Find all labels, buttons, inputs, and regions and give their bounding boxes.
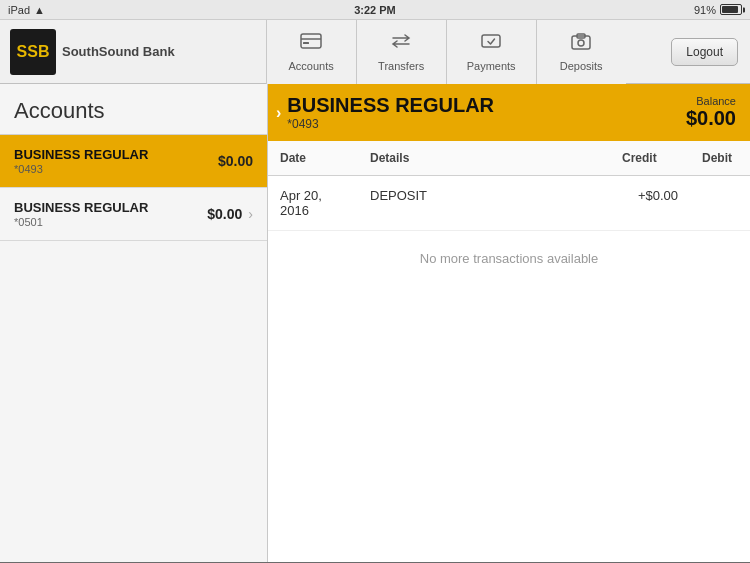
table-row-0: Apr 20, 2016 DEPOSIT +$0.00 — [268, 176, 750, 231]
tab-payments[interactable]: Payments — [446, 20, 536, 84]
chevron-right-icon-0501: › — [248, 206, 253, 222]
account-number-0493: *0493 — [14, 163, 148, 175]
account-item-left-0493: BUSINESS REGULAR *0493 — [14, 147, 148, 175]
account-item-0493[interactable]: BUSINESS REGULAR *0493 $0.00 — [0, 135, 267, 188]
accounts-icon — [299, 31, 323, 56]
td-credit-0: +$0.00 — [610, 176, 690, 231]
logout-area: Logout — [671, 38, 750, 66]
account-balance-0493: $0.00 — [218, 153, 253, 169]
transfers-icon — [389, 31, 413, 56]
header-account-number: *0493 — [287, 117, 494, 131]
deposits-icon — [569, 31, 593, 56]
content-header-chevron-icon: › — [276, 104, 281, 122]
th-details: Details — [358, 141, 610, 176]
svg-rect-0 — [301, 34, 321, 48]
td-debit-0 — [690, 176, 750, 231]
sidebar: Accounts BUSINESS REGULAR *0493 $0.00 BU… — [0, 84, 268, 562]
account-item-right-0501: $0.00 › — [207, 206, 253, 222]
sidebar-title: Accounts — [0, 84, 267, 135]
status-time: 3:22 PM — [354, 4, 396, 16]
ipad-label: iPad — [8, 4, 30, 16]
svg-point-5 — [578, 40, 584, 46]
logo-box: SSB — [10, 29, 56, 75]
svg-rect-3 — [482, 35, 500, 47]
main-layout: Accounts BUSINESS REGULAR *0493 $0.00 BU… — [0, 84, 750, 562]
battery-icon — [720, 4, 742, 15]
tab-accounts-label: Accounts — [289, 60, 334, 72]
tab-deposits-label: Deposits — [560, 60, 603, 72]
account-item-0501[interactable]: BUSINESS REGULAR *0501 $0.00 › — [0, 188, 267, 241]
status-right: 91% — [694, 4, 742, 16]
th-date: Date — [268, 141, 358, 176]
header-account-name: BUSINESS REGULAR — [287, 94, 494, 117]
status-left: iPad ▲ — [8, 4, 45, 16]
balance-amount: $0.00 — [686, 107, 736, 130]
account-number-0501: *0501 — [14, 216, 148, 228]
account-balance-0501: $0.00 — [207, 206, 242, 222]
account-name-0493: BUSINESS REGULAR — [14, 147, 148, 162]
tab-deposits[interactable]: Deposits — [536, 20, 626, 84]
payments-icon — [479, 31, 503, 56]
th-credit: Credit — [610, 141, 690, 176]
nav-tabs: Accounts Transfers Payments — [220, 20, 671, 84]
wifi-icon: ▲ — [34, 4, 45, 16]
logo-ssb-text: SSB — [17, 44, 50, 60]
logo-bank-name: SouthSound Bank — [62, 44, 175, 60]
tab-transfers-label: Transfers — [378, 60, 424, 72]
no-more-text: No more transactions available — [268, 231, 750, 287]
td-date-0: Apr 20, 2016 — [268, 176, 358, 231]
svg-rect-2 — [303, 42, 309, 44]
account-name-0501: BUSINESS REGULAR — [14, 200, 148, 215]
transactions-table: Date Details Credit Debit Apr 20, 2016 D… — [268, 141, 750, 286]
status-bar: iPad ▲ 3:22 PM 91% — [0, 0, 750, 20]
th-debit: Debit — [690, 141, 750, 176]
tab-transfers[interactable]: Transfers — [356, 20, 446, 84]
header-balance: Balance $0.00 — [686, 95, 736, 130]
tab-accounts[interactable]: Accounts — [266, 20, 356, 84]
content-area: › BUSINESS REGULAR *0493 Balance $0.00 D… — [268, 84, 750, 562]
header-account-info: BUSINESS REGULAR *0493 — [287, 94, 494, 131]
no-more-row: No more transactions available — [268, 231, 750, 287]
td-details-0: DEPOSIT — [358, 176, 610, 231]
account-item-left-0501: BUSINESS REGULAR *0501 — [14, 200, 148, 228]
tab-payments-label: Payments — [467, 60, 516, 72]
table-header-row: Date Details Credit Debit — [268, 141, 750, 176]
logo-area: SSB SouthSound Bank — [0, 29, 220, 75]
top-nav: SSB SouthSound Bank Accounts Transfers — [0, 20, 750, 84]
content-header-left: › BUSINESS REGULAR *0493 — [276, 94, 494, 131]
logout-button[interactable]: Logout — [671, 38, 738, 66]
content-header: › BUSINESS REGULAR *0493 Balance $0.00 — [268, 84, 750, 141]
battery-percent: 91% — [694, 4, 716, 16]
balance-label: Balance — [686, 95, 736, 107]
